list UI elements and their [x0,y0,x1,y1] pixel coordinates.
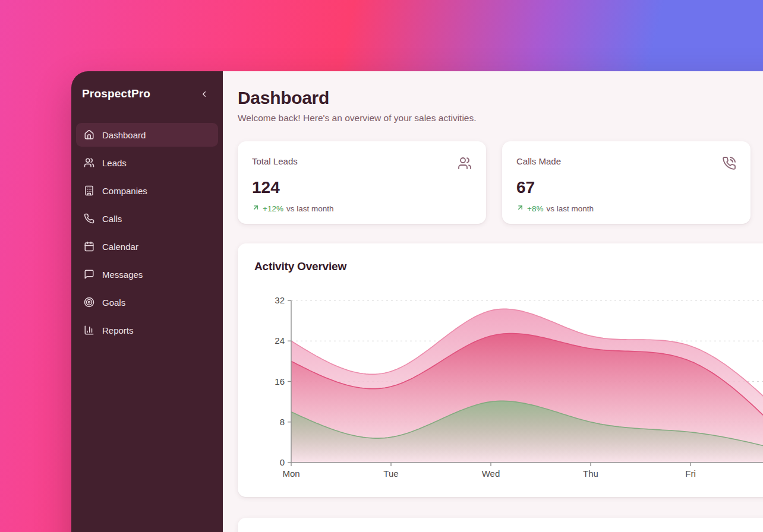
svg-text:24: 24 [275,335,285,346]
sidebar-nav: Dashboard Leads Companies Calls Calendar… [71,112,223,346]
page-subtitle: Welcome back! Here's an overview of your… [238,113,763,124]
stat-change-suffix: vs last month [286,204,334,213]
svg-text:Tue: Tue [383,468,398,479]
svg-text:8: 8 [280,417,285,427]
sidebar: ProspectPro Dashboard Leads Companies Ca… [71,71,223,532]
stat-change-suffix: vs last month [546,204,594,213]
sidebar-item-label: Dashboard [102,130,146,140]
users-icon [458,156,472,173]
stat-value: 124 [252,178,472,197]
house-icon [84,129,94,140]
stat-label: Total Leads [252,156,298,166]
stat-card-total-leads: Total Leads 124 +12% vs last month [238,141,486,224]
sidebar-item-calendar[interactable]: Calendar [76,235,218,258]
stat-label: Calls Made [516,156,561,166]
sidebar-item-label: Reports [102,325,134,335]
sidebar-item-label: Calls [102,214,122,224]
message-icon [84,269,94,280]
sidebar-item-calls[interactable]: Calls [76,207,218,230]
sidebar-item-reports[interactable]: Reports [76,318,218,342]
sidebar-item-companies[interactable]: Companies [76,179,218,202]
brand-logo: ProspectPro [82,87,150,100]
trend-up-icon [252,204,260,213]
activity-overview-card: Activity Overview 08162432MonTueWedThuFr… [238,243,763,497]
sidebar-item-messages[interactable]: Messages [76,262,218,286]
svg-text:Thu: Thu [583,468,598,479]
sidebar-item-label: Calendar [102,242,138,252]
stat-change: +8% [527,204,543,213]
stat-value: 67 [516,178,736,197]
svg-text:Mon: Mon [282,468,299,479]
phone-call-icon [722,156,736,173]
svg-text:0: 0 [280,457,285,467]
svg-text:Fri: Fri [685,468,696,479]
svg-text:32: 32 [275,295,285,305]
sidebar-item-label: Companies [102,186,147,196]
bar-chart-icon [84,325,94,335]
users-icon [84,157,94,168]
stats-grid: Total Leads 124 +12% vs last month Calls [238,141,763,224]
calendar-icon [84,241,94,252]
sidebar-item-goals[interactable]: Goals [76,290,218,314]
app-window: ProspectPro Dashboard Leads Companies Ca… [71,71,763,532]
phone-icon [84,213,94,224]
building-icon [84,185,94,196]
page-title: Dashboard [238,88,763,108]
sidebar-item-leads[interactable]: Leads [76,151,218,175]
sidebar-collapse-button[interactable] [198,88,210,100]
sidebar-item-label: Leads [102,158,127,168]
target-icon [84,297,94,308]
svg-text:Wed: Wed [482,468,500,479]
sidebar-item-dashboard[interactable]: Dashboard [76,123,218,147]
stat-change: +12% [263,204,283,213]
sidebar-item-label: Goals [102,297,125,308]
chevron-left-icon [200,90,209,99]
trend-up-icon [516,204,524,213]
activity-area-chart: 08162432MonTueWedThuFriSat [238,243,763,497]
sidebar-item-label: Messages [102,270,143,280]
svg-text:16: 16 [275,376,285,387]
partial-bottom-card [238,518,763,532]
stat-card-calls-made: Calls Made 67 +8% vs last month [502,141,751,224]
sidebar-header: ProspectPro [71,71,223,112]
main-content: Dashboard Welcome back! Here's an overvi… [223,71,763,532]
